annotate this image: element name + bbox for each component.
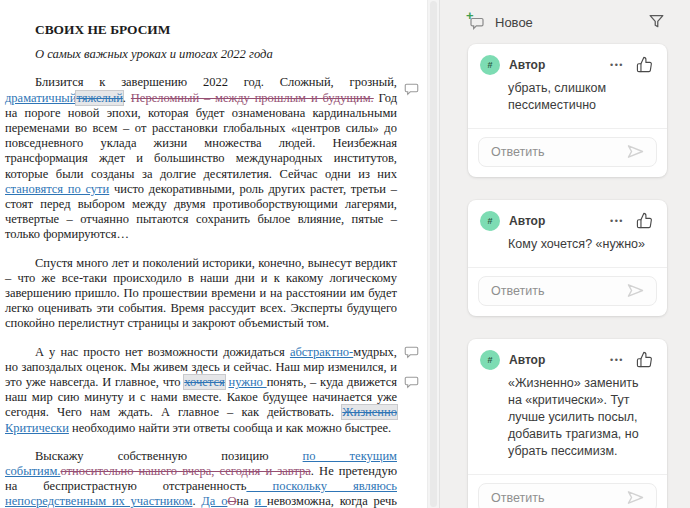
avatar: # (480, 211, 500, 231)
deleted-text-anchor-run: Жизненно (342, 405, 397, 419)
send-icon[interactable] (625, 487, 647, 508)
deleted-text-run: Переломный – между прошлым и будущим. (131, 91, 374, 105)
inserted-text-run: и (254, 494, 266, 508)
deleted-text-run: относительно нашего вчера, сегодня и зав… (61, 464, 311, 478)
comments-list: # Автор ••• убрать, слишком пессиместичн… (468, 44, 667, 508)
more-options-button[interactable]: ••• (606, 58, 628, 72)
comments-panel: + Новое # Автор ••• (440, 0, 690, 508)
comment-bubble-icon[interactable] (404, 345, 420, 360)
send-icon[interactable] (625, 141, 647, 163)
comment-card[interactable]: # Автор ••• «Жизненно» заменить на «крит… (468, 339, 667, 508)
comment-card-footer (468, 128, 667, 177)
deleted-text-anchor-run: хочется (184, 375, 224, 389)
comment-card-header: # Автор ••• (480, 211, 654, 231)
document-scrollbar[interactable] (427, 0, 440, 508)
plus-icon: + (466, 9, 474, 22)
comment-bubble-icon[interactable] (404, 375, 420, 390)
document-page[interactable]: СВОИХ НЕ БРОСИМ О самых важных уроках и … (0, 0, 427, 508)
comment-card-footer (468, 267, 667, 316)
text-run: . (192, 494, 201, 508)
deleted-text-anchor-run: тяжелый (76, 91, 122, 105)
inserted-text-run: Да о (201, 494, 227, 508)
send-icon[interactable] (625, 280, 647, 302)
thumbs-up-icon[interactable] (636, 212, 654, 230)
text-run: Спустя много лет и поколений историки, к… (5, 256, 397, 331)
avatar: # (480, 55, 500, 75)
comment-card-footer (468, 474, 667, 508)
comment-author: Автор (509, 353, 545, 367)
more-options-button[interactable]: ••• (606, 353, 628, 367)
text-run: необходимо найти эти ответы сообща и как… (69, 421, 391, 435)
scrollbar-thumb[interactable] (430, 1, 437, 507)
comment-text: «Жизненно» заменить на «критически». Тут… (508, 375, 652, 460)
text-run: на (236, 494, 254, 508)
reply-box[interactable] (478, 483, 657, 508)
avatar: # (480, 350, 500, 370)
paragraph[interactable]: Спустя много лет и поколений историки, к… (5, 256, 397, 332)
thumbs-up-icon[interactable] (636, 351, 654, 369)
new-comment-button[interactable]: + Новое (468, 13, 533, 31)
filter-icon[interactable] (647, 12, 667, 32)
text-run: . (123, 91, 131, 105)
text-run: Выскажу собственную позицию (35, 449, 303, 463)
inserted-text-run: абстрактно- (290, 345, 353, 359)
word-review-window: СВОИХ НЕ БРОСИМ О самых важных уроках и … (0, 0, 690, 508)
reply-input[interactable] (491, 284, 625, 298)
inserted-text-run: становятся по сути (5, 182, 109, 196)
document-title: СВОИХ НЕ БРОСИМ (5, 22, 397, 37)
new-comment-label: Новое (495, 15, 533, 30)
paragraph[interactable]: А у нас просто нет возможности дожидатьс… (5, 345, 397, 436)
new-comment-icon: + (468, 13, 487, 31)
comments-toolbar: + Новое (468, 0, 667, 44)
comment-card-header: # Автор ••• (480, 55, 654, 75)
text-run: Близится к завершению 2022 год. Сложный,… (35, 75, 397, 89)
comment-card-body: # Автор ••• убрать, слишком пессиместичн… (468, 44, 667, 128)
reply-input[interactable] (491, 145, 625, 159)
document-subtitle: О самых важных уроках и итогах 2022 года (5, 47, 397, 62)
thumbs-up-icon[interactable] (636, 56, 654, 74)
comment-card[interactable]: # Автор ••• Кому хочется? «нужно» (468, 200, 667, 316)
inserted-text-run: нужно (229, 375, 267, 389)
comment-bubble-icon[interactable] (404, 82, 420, 97)
comment-author: Автор (509, 58, 545, 72)
paragraph[interactable]: Выскажу собственную позицию по текущим с… (5, 449, 397, 508)
comment-text: Кому хочется? «нужно» (508, 236, 652, 253)
comment-card-body: # Автор ••• Кому хочется? «нужно» (468, 200, 667, 267)
comment-card[interactable]: # Автор ••• убрать, слишком пессиместичн… (468, 44, 667, 177)
inserted-text-run: Критически (5, 421, 69, 435)
reply-box[interactable] (478, 276, 657, 306)
comment-card-header: # Автор ••• (480, 350, 654, 370)
comment-author: Автор (509, 214, 545, 228)
reply-input[interactable] (491, 491, 625, 505)
paragraph[interactable]: Близится к завершению 2022 год. Сложный,… (5, 75, 397, 242)
reply-box[interactable] (478, 137, 657, 167)
comment-card-body: # Автор ••• «Жизненно» заменить на «крит… (468, 339, 667, 474)
more-options-button[interactable]: ••• (606, 214, 628, 228)
comment-text: убрать, слишком пессиместично (508, 80, 652, 114)
document-content[interactable]: СВОИХ НЕ БРОСИМ О самых важных уроках и … (0, 0, 427, 508)
inserted-text-run: драматичный (5, 91, 76, 105)
text-run: А у нас просто нет возможности дожидатьс… (35, 345, 290, 359)
